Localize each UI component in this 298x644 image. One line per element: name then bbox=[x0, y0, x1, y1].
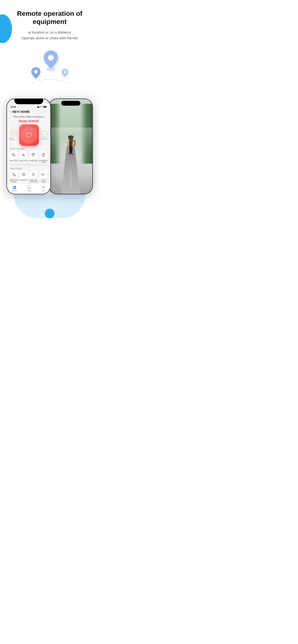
monitoring-label: Monitoring bbox=[30, 160, 37, 162]
phones-section: 10:38 ‹ HEYI HOME The current state of d… bbox=[0, 98, 99, 194]
nav-my-label: My bbox=[42, 190, 44, 192]
phone-left: 10:38 ‹ HEYI HOME The current state of d… bbox=[7, 98, 51, 194]
main-arm-button[interactable]: 🛡 bbox=[19, 124, 39, 146]
svg-rect-4 bbox=[37, 107, 37, 108]
status-time: 10:38 bbox=[10, 106, 16, 108]
close-siren-icon bbox=[19, 151, 28, 159]
alarm-phone-label: Alarm Phone NUmber bbox=[9, 179, 19, 182]
svg-rect-29 bbox=[15, 188, 16, 189]
hero-section: Remote operation of equipment at locatio… bbox=[0, 0, 99, 96]
svg-rect-7 bbox=[39, 106, 39, 108]
arm-shield-icon: 🛡 bbox=[26, 131, 32, 139]
bottom-nav: Device Alarm My bbox=[7, 184, 50, 194]
bottom-decor bbox=[0, 194, 99, 223]
alarm-setting-label: Alarmsetting bbox=[7, 166, 50, 170]
disarmed-label: Disarmed bbox=[41, 138, 48, 140]
quick-ops-grid: Open Siren Close Siren Monitoring bbox=[7, 151, 50, 164]
svg-rect-28 bbox=[13, 188, 14, 189]
alarm-report[interactable]: Info Report bbox=[20, 170, 28, 182]
svg-point-3 bbox=[64, 71, 66, 73]
hero-subtitle: at location or on a distance Operate alo… bbox=[6, 30, 94, 41]
app-header: ‹ HEYI HOME bbox=[7, 109, 50, 115]
svg-rect-10 bbox=[47, 106, 47, 107]
alarm-volume-icon bbox=[39, 170, 48, 179]
timer-label: Arm/Disarm Timer bbox=[39, 160, 48, 163]
alarm-phone[interactable]: Alarm Phone NUmber bbox=[9, 170, 19, 182]
alarm-delay-icon bbox=[29, 170, 38, 179]
alarm-delay-label: Delay Time & Dial Times bbox=[29, 179, 38, 182]
dynamic-island bbox=[61, 101, 80, 106]
timer-icon bbox=[39, 151, 48, 159]
slider-track[interactable] bbox=[10, 164, 48, 165]
app-screen: 10:38 ‹ HEYI HOME The current state of d… bbox=[7, 99, 50, 194]
hero-title: Remote operation of equipment bbox=[6, 10, 94, 26]
open-siren-icon bbox=[9, 151, 18, 159]
back-icon[interactable]: ‹ bbox=[10, 110, 11, 114]
armed-panel: 🛡 Stay Armed 🛡 ✓ Disarmed bbox=[7, 124, 50, 146]
slider-thumb[interactable] bbox=[27, 164, 30, 166]
svg-rect-11 bbox=[43, 106, 46, 107]
svg-line-24 bbox=[33, 175, 34, 175]
alarm-report-icon bbox=[20, 170, 28, 179]
nav-device[interactable]: Device bbox=[12, 186, 17, 192]
photo-screen bbox=[49, 99, 92, 194]
open-siren-label: Open Siren bbox=[10, 160, 18, 162]
quick-ops-label: Quick Operation bbox=[7, 147, 50, 151]
alarm-delay[interactable]: Delay Time & Dial Times bbox=[29, 170, 38, 182]
nav-alarm[interactable]: Alarm bbox=[27, 186, 32, 192]
app-title: HEYI HOME bbox=[12, 110, 30, 114]
fog-overlay bbox=[49, 128, 92, 156]
svg-point-15 bbox=[32, 154, 34, 156]
monitoring-icon bbox=[29, 151, 38, 159]
svg-point-1 bbox=[48, 55, 54, 60]
svg-point-12 bbox=[13, 154, 14, 156]
disarmed-btn[interactable]: ✓ Disarmed bbox=[41, 131, 48, 140]
map-illustration bbox=[6, 46, 94, 89]
slider-row bbox=[7, 164, 50, 166]
quick-op-open-siren[interactable]: Open Siren bbox=[9, 151, 18, 163]
svg-rect-27 bbox=[15, 186, 16, 187]
map-pins bbox=[28, 47, 71, 88]
disarmed-icon: ✓ bbox=[41, 131, 48, 138]
quick-op-timer[interactable]: Arm/Disarm Timer bbox=[39, 151, 48, 163]
close-siren-label: Close Siren bbox=[19, 160, 28, 162]
svg-point-2 bbox=[34, 70, 38, 74]
alarm-phone-icon bbox=[10, 170, 18, 179]
svg-rect-6 bbox=[38, 106, 39, 108]
svg-point-31 bbox=[43, 186, 44, 187]
alarm-report-label: Info Report bbox=[20, 179, 28, 181]
device-state-value: Away Armed bbox=[7, 118, 50, 124]
quick-op-monitoring[interactable]: Monitoring bbox=[29, 151, 38, 163]
phone-right bbox=[49, 98, 93, 194]
nav-device-label: Device bbox=[12, 190, 17, 192]
svg-line-14 bbox=[22, 154, 25, 156]
status-icons bbox=[37, 106, 47, 108]
nav-alarm-label: Alarm bbox=[27, 190, 32, 192]
alarm-volume-label: Siren Volume bbox=[39, 179, 48, 182]
alarm-volume[interactable]: Siren Volume bbox=[39, 170, 48, 182]
stay-armed-btn[interactable]: 🛡 Stay Armed bbox=[9, 130, 17, 140]
svg-rect-19 bbox=[22, 173, 25, 176]
stay-armed-icon: 🛡 bbox=[10, 130, 17, 136]
alarm-grid: Alarm Phone NUmber Info Report Delay Tim… bbox=[7, 170, 50, 182]
nav-my[interactable]: My bbox=[42, 186, 45, 192]
device-state-label: The current state of device is bbox=[7, 115, 50, 118]
blue-dot-bottom bbox=[45, 209, 54, 218]
stay-armed-label: Stay Armed bbox=[9, 137, 17, 140]
notch-classic bbox=[14, 99, 43, 104]
quick-op-close-siren[interactable]: Close Siren bbox=[19, 151, 28, 163]
road-line bbox=[70, 170, 71, 189]
svg-rect-5 bbox=[38, 106, 38, 108]
svg-rect-26 bbox=[13, 186, 14, 187]
svg-point-8 bbox=[41, 107, 42, 108]
